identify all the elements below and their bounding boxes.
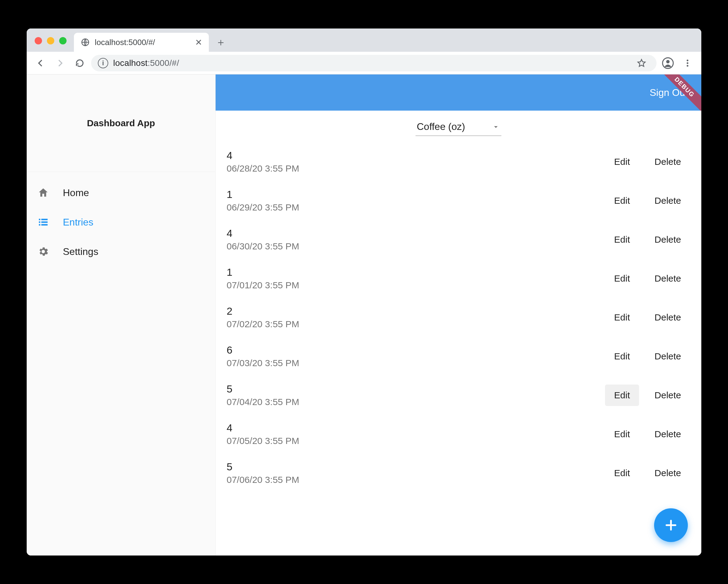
browser-window: localhost:5000/#/ ✕ ＋ i localhost:5000/#… [27, 28, 701, 556]
tab-title: localhost:5000/#/ [95, 38, 190, 47]
svg-rect-6 [39, 219, 41, 220]
entry-timestamp: 07/05/20 3:55 PM [227, 436, 599, 446]
entry-timestamp: 06/28/20 3:55 PM [227, 163, 599, 174]
svg-point-5 [686, 65, 688, 67]
url-rest: :5000/#/ [148, 58, 179, 68]
back-button[interactable] [32, 55, 49, 72]
entry-value: 1 [227, 266, 599, 278]
home-icon [37, 187, 49, 199]
entry-timestamp: 07/06/20 3:55 PM [227, 475, 599, 485]
entry-row: 407/05/20 3:55 PMEditDelete [215, 415, 701, 453]
edit-button[interactable]: Edit [605, 307, 640, 328]
main-panel: Sign Out DEBUG Coffee (oz) 406/28/20 3:5… [215, 75, 701, 556]
new-tab-button[interactable]: ＋ [213, 35, 229, 50]
entry-row: 107/01/20 3:55 PMEditDelete [215, 259, 701, 298]
delete-button[interactable]: Delete [645, 307, 690, 328]
svg-rect-10 [39, 224, 41, 225]
sidebar-nav: HomeEntriesSettings [27, 172, 215, 266]
sidebar-item-entries[interactable]: Entries [27, 207, 215, 237]
add-entry-fab[interactable] [654, 508, 688, 542]
edit-button[interactable]: Edit [605, 229, 640, 250]
entry-content: 507/04/20 3:55 PM [227, 383, 599, 407]
category-dropdown[interactable]: Coffee (oz) [416, 118, 501, 136]
entry-timestamp: 07/01/20 3:55 PM [227, 280, 599, 290]
entry-content: 106/29/20 3:55 PM [227, 189, 599, 213]
plus-icon [664, 519, 678, 532]
app-topbar: Sign Out DEBUG [215, 75, 701, 111]
entry-row: 507/06/20 3:55 PMEditDelete [215, 453, 701, 492]
window-maximize-button[interactable] [59, 37, 67, 45]
tab-strip: localhost:5000/#/ ✕ ＋ [27, 28, 701, 52]
entry-row: 607/03/20 3:55 PMEditDelete [215, 337, 701, 376]
sidebar-item-label: Home [63, 187, 89, 199]
entry-value: 4 [227, 422, 599, 434]
globe-icon [81, 38, 90, 47]
svg-point-3 [686, 59, 688, 61]
entry-value: 5 [227, 383, 599, 395]
app-root: Dashboard App HomeEntriesSettings Sign O… [27, 75, 701, 556]
entry-timestamp: 07/02/20 3:55 PM [227, 319, 599, 329]
address-toolbar: i localhost:5000/#/ [27, 52, 701, 75]
delete-button[interactable]: Delete [645, 385, 690, 406]
edit-button[interactable]: Edit [605, 345, 640, 367]
site-info-icon[interactable]: i [98, 58, 108, 68]
entry-row: 207/02/20 3:55 PMEditDelete [215, 298, 701, 337]
delete-button[interactable]: Delete [645, 268, 690, 289]
bookmark-star-icon[interactable] [633, 55, 650, 72]
chevron-down-icon [492, 122, 500, 131]
edit-button[interactable]: Edit [605, 462, 640, 484]
window-close-button[interactable] [35, 37, 42, 45]
reload-button[interactable] [72, 55, 88, 72]
edit-button[interactable]: Edit [605, 151, 640, 172]
entry-content: 107/01/20 3:55 PM [227, 266, 599, 290]
sidebar-item-label: Settings [63, 246, 99, 257]
list-icon [37, 216, 49, 228]
sidebar-item-home[interactable]: Home [27, 178, 215, 207]
entry-value: 1 [227, 189, 599, 200]
browser-tab[interactable]: localhost:5000/#/ ✕ [74, 33, 209, 52]
edit-button[interactable]: Edit [605, 268, 640, 289]
entry-value: 4 [227, 149, 599, 162]
entry-content: 207/02/20 3:55 PM [227, 305, 599, 329]
entry-row: 106/29/20 3:55 PMEditDelete [215, 181, 701, 220]
entry-row: 507/04/20 3:55 PMEditDelete [215, 376, 701, 415]
svg-rect-9 [42, 222, 48, 223]
delete-button[interactable]: Delete [645, 151, 690, 172]
svg-point-2 [666, 60, 670, 63]
window-minimize-button[interactable] [47, 37, 54, 45]
settings-icon [37, 245, 49, 258]
entry-content: 406/28/20 3:55 PM [227, 149, 599, 174]
kebab-menu-icon[interactable] [679, 55, 696, 72]
entry-content: 407/05/20 3:55 PM [227, 422, 599, 446]
window-controls [32, 37, 71, 52]
svg-rect-11 [42, 224, 48, 225]
forward-button[interactable] [52, 55, 69, 72]
delete-button[interactable]: Delete [645, 229, 690, 250]
edit-button[interactable]: Edit [605, 190, 640, 212]
entry-content: 507/06/20 3:55 PM [227, 461, 599, 485]
brand-title: Dashboard App [87, 118, 155, 129]
svg-rect-7 [42, 219, 48, 220]
category-selector-row: Coffee (oz) [215, 111, 701, 138]
url-host: localhost [113, 58, 148, 68]
sidebar-item-settings[interactable]: Settings [27, 237, 215, 266]
edit-button[interactable]: Edit [605, 423, 640, 445]
entry-value: 6 [227, 344, 599, 356]
entry-row: 406/30/20 3:55 PMEditDelete [215, 220, 701, 259]
profile-avatar-icon[interactable] [659, 55, 676, 72]
close-icon[interactable]: ✕ [195, 37, 202, 48]
delete-button[interactable]: Delete [645, 190, 690, 212]
entry-value: 5 [227, 461, 599, 473]
entry-content: 406/30/20 3:55 PM [227, 227, 599, 252]
sidebar-brand: Dashboard App [27, 75, 215, 172]
entries-list[interactable]: 406/28/20 3:55 PMEditDelete106/29/20 3:5… [215, 138, 701, 556]
delete-button[interactable]: Delete [645, 462, 690, 484]
edit-button[interactable]: Edit [605, 385, 640, 406]
url-text: localhost:5000/#/ [113, 58, 628, 68]
delete-button[interactable]: Delete [645, 423, 690, 445]
entry-content: 607/03/20 3:55 PM [227, 344, 599, 368]
svg-point-4 [686, 62, 688, 64]
entry-row: 406/28/20 3:55 PMEditDelete [215, 142, 701, 181]
address-bar[interactable]: i localhost:5000/#/ [91, 55, 656, 72]
delete-button[interactable]: Delete [645, 345, 690, 367]
